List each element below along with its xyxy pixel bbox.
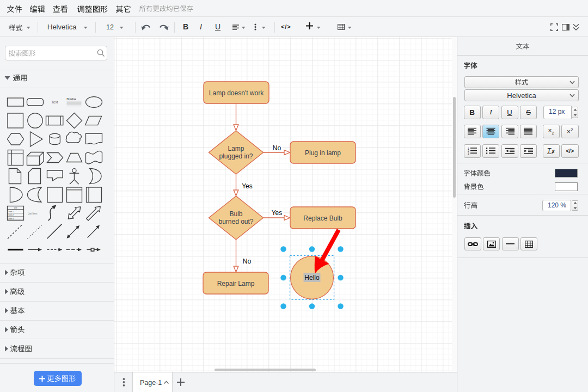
svg-text:Hello: Hello [304,274,320,281]
svg-text:burned out?: burned out? [218,218,253,225]
svg-text:List Item: List Item [28,212,38,215]
svg-text:Yes: Yes [242,182,253,190]
svg-text:No: No [243,258,252,265]
svg-text:Item 3: Item 3 [9,218,14,220]
svg-text:Replace Bulb: Replace Bulb [303,215,342,222]
svg-text:3: 3 [468,152,469,155]
svg-text:Repair Lamp: Repair Lamp [217,280,255,287]
svg-text:Lamp doesn't work: Lamp doesn't work [209,89,264,97]
svg-text:Heading: Heading [67,97,76,100]
svg-text:Yes: Yes [272,209,283,217]
svg-text:Plug in lamp: Plug in lamp [305,149,341,157]
svg-text:Item 1: Item 1 [9,211,14,213]
svg-text:Lamp: Lamp [228,145,244,152]
svg-text:plugged in?: plugged in? [219,152,253,160]
svg-text:Item 2: Item 2 [9,214,14,216]
svg-text:Bulb: Bulb [229,210,242,218]
svg-text:Text: Text [52,100,58,104]
svg-text:List: List [14,207,17,209]
svg-text:No: No [273,144,281,152]
